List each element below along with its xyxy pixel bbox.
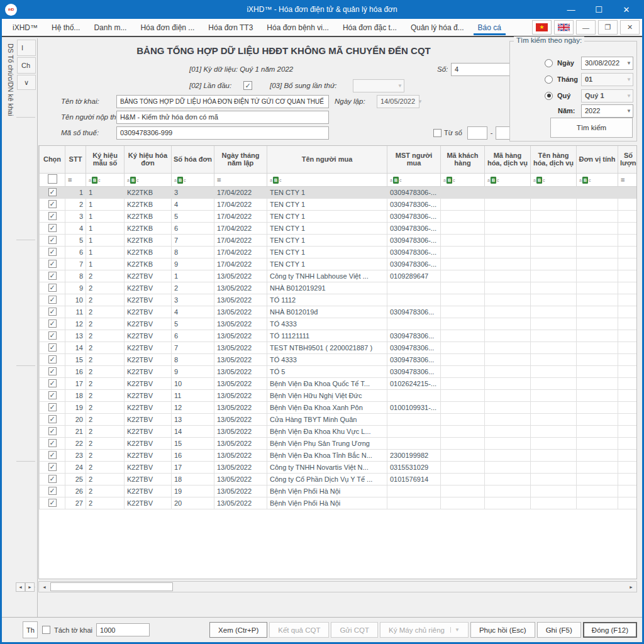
tu-so-from-input[interactable]: [467, 126, 487, 140]
row-checkbox[interactable]: ✓: [48, 439, 57, 447]
partial-button[interactable]: Th: [23, 621, 38, 638]
footer-button-1[interactable]: Kết quả CQT: [269, 622, 329, 638]
row-checkbox[interactable]: ✓: [48, 487, 57, 495]
radio-thang[interactable]: [545, 75, 553, 84]
table-cell[interactable]: ✓: [40, 222, 65, 234]
table-row[interactable]: ✓41K22TKB617/04/2022TEN CTY 10309478306-…: [40, 222, 638, 234]
menu-item-1[interactable]: Hệ thố...: [45, 19, 87, 36]
table-cell[interactable]: ✓: [40, 461, 65, 473]
sidebar-tab-second[interactable]: Ch: [17, 57, 36, 74]
table-row[interactable]: ✓242K22TBV1713/05/2022Công ty TNHH Novar…: [40, 461, 638, 473]
tach-to-khai-input[interactable]: 1000: [96, 623, 150, 636]
select-all-checkbox[interactable]: [48, 174, 57, 184]
table-cell[interactable]: ✓: [40, 353, 65, 365]
chevron-down-icon[interactable]: ∨: [17, 75, 36, 90]
table-cell[interactable]: ✓: [40, 198, 65, 210]
table-row[interactable]: ✓51K22TKB717/04/2022TEN CTY 10309478306-…: [40, 234, 638, 246]
thang-dropdown[interactable]: 01▼: [581, 73, 633, 86]
row-checkbox[interactable]: ✓: [48, 331, 57, 340]
table-cell[interactable]: ✓: [40, 234, 65, 246]
menu-item-3[interactable]: Hóa đơn điện ...: [133, 19, 201, 36]
table-cell[interactable]: ✓: [40, 485, 65, 497]
row-checkbox[interactable]: ✓: [48, 451, 57, 459]
table-row[interactable]: ✓21K22TKB417/04/2022TEN CTY 10309478306-…: [40, 198, 638, 210]
menu-item-0[interactable]: iXHD™: [6, 19, 45, 36]
mst-input[interactable]: 0309478306-999: [116, 126, 329, 140]
table-row[interactable]: ✓172K22TBV1013/05/2022Bệnh Viện Đa Khoa …: [40, 377, 638, 389]
footer-button-0[interactable]: Xem (Ctr+P): [209, 622, 267, 638]
table-cell[interactable]: ✓: [40, 341, 65, 353]
row-checkbox[interactable]: ✓: [48, 367, 57, 375]
row-checkbox[interactable]: ✓: [48, 200, 57, 208]
table-row[interactable]: ✓122K22TBV513/05/2022TỔ 4333: [40, 318, 638, 330]
quy-dropdown[interactable]: Quý 1▼: [581, 89, 633, 103]
table-cell[interactable]: ✓: [40, 377, 65, 389]
table-row[interactable]: ✓71K22TKB917/04/2022TEN CTY 10309478306-…: [40, 258, 638, 270]
row-checkbox[interactable]: ✓: [48, 248, 57, 256]
filter-cell-5[interactable]: =: [214, 173, 267, 186]
row-checkbox[interactable]: ✓: [48, 343, 57, 352]
table-cell[interactable]: ✓: [40, 437, 65, 449]
table-cell[interactable]: ✓: [40, 294, 65, 306]
row-checkbox[interactable]: ✓: [48, 284, 57, 292]
filter-cell-3[interactable]: aBc: [125, 173, 172, 186]
ten-to-khai-input[interactable]: BẢNG TỔNG HỢP DỮ LIỆU HÓA ĐƠN ĐIỆN TỬ GỬ…: [116, 95, 329, 108]
radio-quy[interactable]: [545, 92, 553, 100]
table-cell[interactable]: ✓: [40, 497, 65, 509]
ngay-dropdown[interactable]: 30/08/2022▼: [581, 57, 633, 70]
menu-item-7[interactable]: Quản lý hóa đ...: [404, 19, 471, 36]
table-row[interactable]: ✓222K22TBV1513/05/2022Bệnh Viện Phụ Sản …: [40, 437, 638, 449]
table-row[interactable]: ✓252K22TBV1813/05/2022Công ty Cổ Phần Dị…: [40, 473, 638, 485]
column-header-12[interactable]: Số lượng: [618, 146, 638, 173]
column-header-11[interactable]: Đơn vị tính: [577, 146, 618, 173]
lan-dau-checkbox[interactable]: ✓: [243, 81, 252, 90]
row-checkbox[interactable]: ✓: [48, 475, 57, 483]
row-checkbox[interactable]: ✓: [48, 355, 57, 364]
table-cell[interactable]: ✓: [40, 401, 65, 413]
table-cell[interactable]: ✓: [40, 246, 65, 258]
table-cell[interactable]: ✓: [40, 473, 65, 485]
row-checkbox[interactable]: ✓: [48, 499, 57, 507]
table-cell[interactable]: ✓: [40, 258, 65, 270]
vietnam-flag-button[interactable]: ★: [532, 20, 552, 35]
tim-kiem-button[interactable]: Tìm kiếm: [550, 118, 633, 138]
scroll-left-icon[interactable]: ◄: [16, 582, 25, 592]
tach-to-khai-checkbox[interactable]: [42, 626, 50, 634]
column-header-2[interactable]: Ký hiệu mẫu số: [86, 146, 125, 173]
table-row[interactable]: ✓31K22TKB517/04/2022TEN CTY 10309478306-…: [40, 210, 638, 222]
filter-cell-0[interactable]: [40, 173, 65, 186]
nam-dropdown[interactable]: 2022▼: [581, 104, 633, 118]
footer-button-5[interactable]: Ghi (F5): [537, 622, 581, 638]
column-header-4[interactable]: Số hóa đơn: [172, 146, 214, 173]
table-row[interactable]: ✓272K22TBV2013/05/2022Bệnh Viện Phổi Hà …: [40, 497, 638, 509]
column-header-10[interactable]: Tên hàng hóa, dịch vụ: [531, 146, 577, 173]
column-header-9[interactable]: Mã hàng hóa, dịch vụ: [485, 146, 531, 173]
filter-cell-7[interactable]: aBc: [387, 173, 441, 186]
close-icon[interactable]: ✕: [613, 0, 640, 19]
scroll-right-icon[interactable]: ►: [25, 582, 35, 592]
dropdown-arrow-icon[interactable]: ▼: [450, 627, 460, 633]
maximize-icon[interactable]: ☐: [585, 0, 613, 19]
row-checkbox[interactable]: ✓: [48, 415, 57, 423]
menu-item-2[interactable]: Danh m...: [87, 19, 133, 36]
table-cell[interactable]: ✓: [40, 389, 65, 401]
column-header-7[interactable]: MST người mua: [387, 146, 441, 173]
table-row[interactable]: ✓82K22TBV113/05/2022Công ty TNHH Labhous…: [40, 270, 638, 282]
scroll-right-icon[interactable]: ►: [626, 582, 636, 592]
table-cell[interactable]: ✓: [40, 330, 65, 341]
row-checkbox[interactable]: ✓: [48, 427, 57, 435]
row-checkbox[interactable]: ✓: [48, 463, 57, 471]
so-input[interactable]: 4: [451, 63, 511, 76]
row-checkbox[interactable]: ✓: [48, 272, 57, 280]
row-checkbox[interactable]: ✓: [48, 188, 57, 196]
table-row[interactable]: ✓202K22TBV1313/05/2022Cửa Hàng TBYT Minh…: [40, 413, 638, 425]
table-row[interactable]: ✓61K22TKB817/04/2022TEN CTY 10309478306-…: [40, 246, 638, 258]
filter-cell-2[interactable]: aBc: [86, 173, 125, 186]
row-checkbox[interactable]: ✓: [48, 391, 57, 399]
scroll-thumb[interactable]: [50, 582, 173, 591]
filter-cell-9[interactable]: aBc: [485, 173, 531, 186]
scroll-left-icon[interactable]: ◄: [39, 582, 50, 592]
filter-cell-10[interactable]: aBc: [531, 173, 577, 186]
table-row[interactable]: ✓212K22TBV1413/05/2022Bệnh Viện Đa Khoa …: [40, 425, 638, 437]
row-checkbox[interactable]: ✓: [48, 236, 57, 244]
